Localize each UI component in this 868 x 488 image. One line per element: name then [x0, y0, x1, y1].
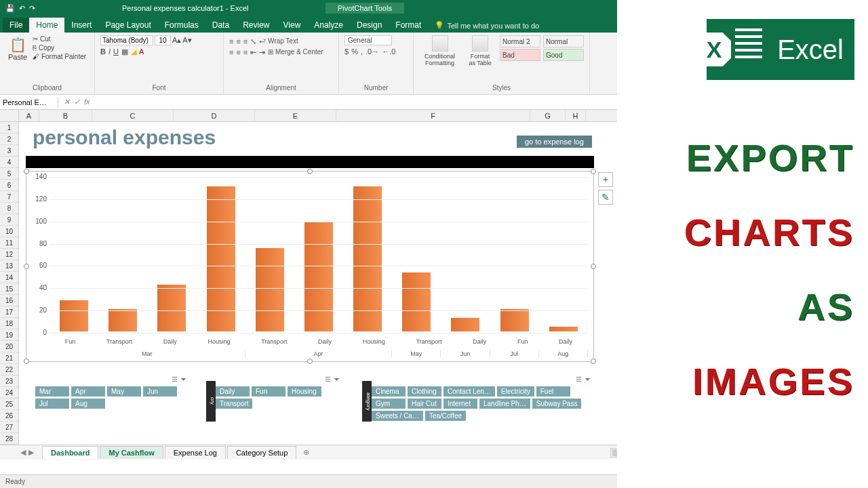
chart-bar[interactable] [108, 309, 137, 331]
slicer-item[interactable]: Subway Pass [532, 399, 582, 409]
slicer-item[interactable]: Landline Ph… [479, 399, 530, 409]
resize-handle[interactable] [591, 264, 596, 269]
accounting-icon[interactable]: $ [344, 47, 349, 56]
style-good[interactable]: Good [543, 49, 584, 61]
slicer-item[interactable]: Gym [372, 399, 406, 409]
row-header[interactable]: 26 [0, 410, 18, 422]
align-mid-icon[interactable]: ≡ [236, 37, 240, 46]
sheet-tab[interactable]: My Cashflow [100, 446, 163, 459]
align-left-icon[interactable]: ≡ [229, 48, 233, 57]
resize-handle[interactable] [307, 359, 313, 364]
row-header[interactable]: 27 [0, 422, 18, 433]
slicer-item[interactable]: Tea/Coffee [425, 411, 466, 421]
chart-elements-button[interactable]: ＋ [598, 172, 613, 187]
tab-format[interactable]: Format [389, 18, 428, 33]
clear-filter-icon[interactable]: ⏷ [585, 375, 591, 383]
prev-sheet-icon[interactable]: ◀ [20, 448, 26, 457]
tab-page-layout[interactable]: Page Layout [98, 18, 157, 33]
slicer-item[interactable]: Hair Cut [408, 399, 441, 409]
style-bad[interactable]: Bad [500, 49, 540, 61]
row-header[interactable]: 15 [0, 283, 18, 295]
resize-handle[interactable] [24, 169, 29, 174]
resize-handle[interactable] [24, 264, 29, 269]
bold-button[interactable]: B [100, 47, 106, 56]
chart-bar[interactable] [402, 272, 431, 331]
row-header[interactable]: 8 [0, 203, 18, 214]
increase-font-icon[interactable]: A▴ [172, 36, 181, 45]
chart-bar[interactable] [549, 327, 578, 331]
tab-data[interactable]: Data [205, 18, 236, 33]
column-header[interactable]: A [19, 110, 39, 121]
decrease-decimal-icon[interactable]: ←.0 [382, 47, 395, 56]
style-normal2[interactable]: Normal 2 [500, 35, 540, 47]
indent-inc-icon[interactable]: ⇥ [259, 48, 265, 57]
align-right-icon[interactable]: ≡ [243, 48, 248, 57]
slicer-item[interactable]: Internet [443, 399, 477, 409]
row-header[interactable]: 21 [0, 352, 18, 364]
cancel-icon[interactable]: ✕ [64, 98, 70, 106]
tab-file[interactable]: File [3, 18, 29, 33]
tab-review[interactable]: Review [236, 18, 276, 33]
number-format-select[interactable]: General [344, 35, 392, 45]
sheet-tab[interactable]: Expense Log [165, 446, 226, 459]
conditional-formatting-button[interactable]: Conditional Formatting [419, 35, 460, 66]
row-header[interactable]: 3 [0, 145, 18, 157]
merge-center-button[interactable]: ⊞ Merge & Center [268, 48, 323, 57]
column-header[interactable]: B [39, 110, 92, 121]
slicer-item[interactable]: Fun [252, 386, 285, 396]
name-box[interactable]: Personal E… [0, 97, 58, 108]
resize-handle[interactable] [591, 169, 596, 174]
slicer-item[interactable]: May [107, 386, 141, 396]
chart-bar[interactable] [500, 309, 529, 331]
slicer-category[interactable]: ory ☰⏷ DailyFunHousingTransport [216, 374, 344, 424]
chart-bar[interactable] [451, 318, 479, 331]
align-bot-icon[interactable]: ≡ [243, 37, 248, 46]
row-header[interactable]: 24 [0, 387, 18, 399]
chart-bar[interactable] [256, 248, 284, 331]
row-header[interactable]: 2 [0, 134, 18, 145]
slicer-item[interactable]: Mar [35, 386, 69, 396]
slicer-item[interactable]: Sweets / Ca… [372, 411, 423, 421]
row-header[interactable]: 7 [0, 191, 18, 203]
resize-handle[interactable] [591, 359, 596, 364]
undo-icon[interactable]: ↶ [19, 4, 25, 13]
column-header[interactable]: H [566, 110, 586, 121]
multiselect-icon[interactable]: ☰ [576, 375, 582, 383]
increase-decimal-icon[interactable]: .0→ [366, 47, 379, 56]
column-header[interactable]: F [336, 110, 530, 121]
next-sheet-icon[interactable]: ▶ [28, 448, 34, 457]
slicer-item[interactable]: Jun [143, 386, 177, 396]
clear-filter-icon[interactable]: ⏷ [180, 375, 187, 383]
italic-button[interactable]: I [108, 47, 111, 56]
chart-bar[interactable] [60, 300, 88, 331]
row-header[interactable]: 20 [0, 341, 18, 352]
row-header[interactable]: 13 [0, 260, 18, 272]
row-header[interactable]: 10 [0, 226, 18, 237]
slicer-item[interactable]: Electricity [497, 386, 534, 396]
underline-button[interactable]: U [113, 47, 119, 56]
row-header[interactable]: 6 [0, 180, 18, 191]
format-painter-button[interactable]: 🖌 Format Painter [33, 53, 86, 60]
wrap-text-button[interactable]: ⮐ Wrap Text [259, 37, 298, 46]
percent-icon[interactable]: % [351, 47, 358, 56]
column-header[interactable]: G [530, 110, 566, 121]
align-center-icon[interactable]: ≡ [236, 48, 240, 57]
format-as-table-button[interactable]: Format as Table [465, 35, 496, 66]
decrease-font-icon[interactable]: A▾ [182, 36, 191, 45]
add-sheet-button[interactable]: ⊕ [298, 448, 315, 457]
slicer-item[interactable]: Contact Len… [443, 386, 495, 396]
tell-me-search[interactable]: 💡 Tell me what you want to do [428, 18, 546, 33]
row-header[interactable]: 9 [0, 214, 18, 226]
paste-button[interactable]: 📋 Paste [5, 35, 30, 62]
chart-bar[interactable] [157, 285, 186, 331]
chart-bar[interactable] [207, 186, 235, 331]
slicer-item[interactable]: Transport [216, 399, 252, 409]
slicer-item[interactable]: Clothing [408, 386, 441, 396]
clear-filter-icon[interactable]: ⏷ [334, 375, 340, 383]
row-header[interactable]: 1 [0, 122, 18, 134]
row-header[interactable]: 18 [0, 318, 18, 329]
row-header[interactable]: 25 [0, 399, 18, 410]
enter-icon[interactable]: ✓ [74, 98, 80, 106]
chart-bar[interactable] [304, 222, 333, 331]
orientation-icon[interactable]: ⤡ [250, 37, 256, 46]
